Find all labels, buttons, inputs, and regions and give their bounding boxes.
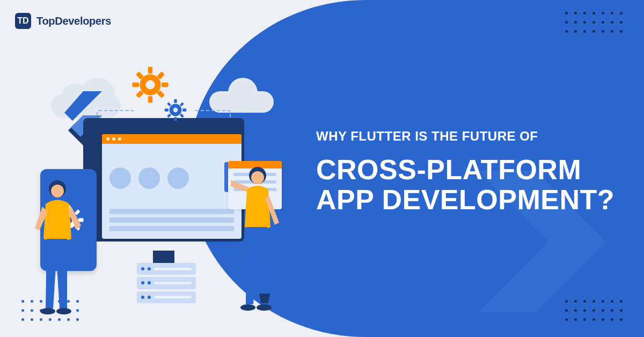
ui-circles-row bbox=[109, 167, 189, 189]
svg-rect-17 bbox=[165, 108, 169, 111]
dots-decoration-bottom-right bbox=[565, 300, 623, 321]
brand-name: TopDevelopers bbox=[36, 15, 111, 27]
svg-point-36 bbox=[40, 308, 55, 314]
plant-icon bbox=[255, 272, 274, 304]
svg-point-23 bbox=[173, 108, 178, 113]
svg-rect-19 bbox=[167, 102, 171, 106]
window-titlebar bbox=[102, 134, 241, 144]
svg-rect-21 bbox=[167, 114, 171, 118]
svg-rect-7 bbox=[132, 83, 139, 87]
brand-logo: TD TopDevelopers bbox=[15, 13, 111, 29]
server-stack-icon bbox=[137, 263, 196, 303]
svg-rect-18 bbox=[182, 108, 186, 111]
svg-point-39 bbox=[251, 171, 264, 184]
svg-rect-5 bbox=[148, 67, 152, 74]
headline-block: WHY FLUTTER IS THE FUTURE OF CROSS-PLATF… bbox=[316, 129, 614, 215]
svg-rect-16 bbox=[174, 117, 177, 121]
svg-rect-15 bbox=[174, 99, 177, 103]
gear-icon bbox=[164, 98, 187, 122]
title-line-2: APP DEVELOPMENT? bbox=[316, 184, 614, 215]
cloud-icon bbox=[209, 91, 274, 113]
svg-rect-6 bbox=[148, 96, 152, 103]
svg-point-40 bbox=[240, 304, 255, 311]
svg-rect-20 bbox=[180, 102, 184, 106]
hero-illustration: </> bbox=[32, 56, 279, 309]
svg-point-37 bbox=[56, 308, 71, 314]
person-illustration bbox=[30, 177, 89, 317]
logo-mark-icon: TD bbox=[15, 13, 31, 29]
svg-rect-8 bbox=[162, 83, 169, 87]
headline-title: CROSS-PLATFORM APP DEVELOPMENT? bbox=[316, 155, 614, 215]
title-line-1: CROSS-PLATFORM bbox=[316, 154, 581, 185]
ui-rows-block bbox=[109, 209, 234, 231]
promo-banner: TD TopDevelopers WHY FLUTTER IS THE FUTU… bbox=[0, 0, 644, 337]
headline-kicker: WHY FLUTTER IS THE FUTURE OF bbox=[316, 129, 614, 144]
svg-point-35 bbox=[51, 185, 64, 197]
svg-point-41 bbox=[257, 304, 272, 311]
dots-decoration-top-right bbox=[565, 12, 623, 33]
svg-rect-22 bbox=[180, 114, 184, 118]
svg-point-13 bbox=[146, 80, 155, 90]
app-window-mock: </> bbox=[102, 134, 241, 239]
